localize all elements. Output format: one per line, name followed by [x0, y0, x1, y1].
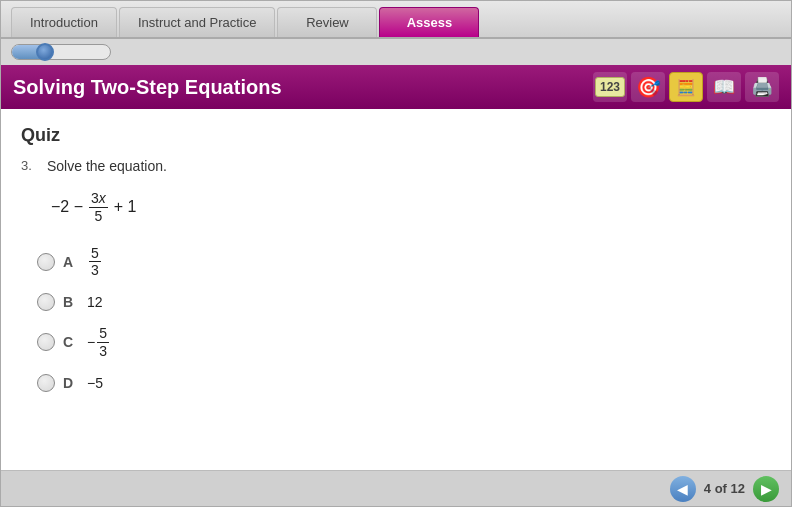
question-text: Solve the equation. — [47, 158, 167, 174]
choice-c[interactable]: C − 5 3 — [37, 325, 771, 360]
radio-c[interactable] — [37, 333, 55, 351]
equation-minus2: −2 − — [51, 198, 83, 216]
equation-plus1: + 1 — [114, 198, 137, 216]
progress-track — [11, 44, 111, 60]
calculator-icon-button[interactable]: 🧮 — [669, 72, 703, 102]
target-icon-button[interactable]: 🎯 — [631, 72, 665, 102]
progress-bar-area — [1, 39, 791, 65]
choice-d-label: D — [63, 375, 79, 391]
choice-a-fraction: 5 3 — [89, 245, 101, 280]
choice-c-den: 3 — [97, 343, 109, 360]
footer-nav: ◀ 4 of 12 ▶ — [1, 470, 791, 506]
tab-bar: Introduction Instruct and Practice Revie… — [1, 1, 791, 39]
app-container: Introduction Instruct and Practice Revie… — [0, 0, 792, 507]
tab-instruct-practice[interactable]: Instruct and Practice — [119, 7, 276, 37]
choice-b[interactable]: B 12 — [37, 293, 771, 311]
question-row: 3. Solve the equation. — [21, 158, 771, 174]
choice-d[interactable]: D −5 — [37, 374, 771, 392]
choice-a[interactable]: A 5 3 — [37, 245, 771, 280]
quiz-title: Quiz — [21, 125, 771, 146]
progress-thumb — [36, 43, 54, 61]
question-number-label: 3. — [21, 158, 41, 173]
equation-fraction: 3x 5 — [89, 190, 108, 225]
choice-c-negative: − — [87, 334, 95, 350]
tab-introduction[interactable]: Introduction — [11, 7, 117, 37]
choice-c-fraction: 5 3 — [97, 325, 109, 360]
123-icon: 123 — [595, 77, 625, 97]
target-icon: 🎯 — [636, 75, 661, 99]
header-bar: Solving Two-Step Equations 123 🎯 🧮 📖 🖨️ — [1, 65, 791, 109]
choice-a-num: 5 — [89, 245, 101, 263]
radio-d[interactable] — [37, 374, 55, 392]
fraction-numerator: 3x — [89, 190, 108, 208]
equation-area: −2 − 3x 5 + 1 — [51, 190, 771, 225]
choice-c-value: − 5 3 — [87, 325, 111, 360]
choice-a-label: A — [63, 254, 79, 270]
choice-d-value: −5 — [87, 375, 103, 391]
page-info: 4 of 12 — [704, 481, 745, 496]
book-icon: 📖 — [713, 76, 735, 98]
choice-c-num: 5 — [97, 325, 109, 343]
choice-a-value: 5 3 — [87, 245, 103, 280]
next-button[interactable]: ▶ — [753, 476, 779, 502]
tab-assess[interactable]: Assess — [379, 7, 479, 37]
choice-b-value: 12 — [87, 294, 103, 310]
choice-b-label: B — [63, 294, 79, 310]
radio-a[interactable] — [37, 253, 55, 271]
printer-icon-button[interactable]: 🖨️ — [745, 72, 779, 102]
answer-choices: A 5 3 B 12 C − — [37, 245, 771, 392]
header-icons: 123 🎯 🧮 📖 🖨️ — [593, 72, 779, 102]
calculator-icon: 🧮 — [676, 78, 696, 97]
main-content: Quiz 3. Solve the equation. −2 − 3x 5 + … — [1, 109, 791, 470]
radio-b[interactable] — [37, 293, 55, 311]
printer-icon: 🖨️ — [751, 76, 773, 98]
choice-c-label: C — [63, 334, 79, 350]
123-icon-button[interactable]: 123 — [593, 72, 627, 102]
fraction-denominator: 5 — [93, 208, 105, 225]
tab-review[interactable]: Review — [277, 7, 377, 37]
page-title: Solving Two-Step Equations — [13, 76, 282, 99]
choice-a-den: 3 — [89, 262, 101, 279]
book-icon-button[interactable]: 📖 — [707, 72, 741, 102]
prev-button[interactable]: ◀ — [670, 476, 696, 502]
